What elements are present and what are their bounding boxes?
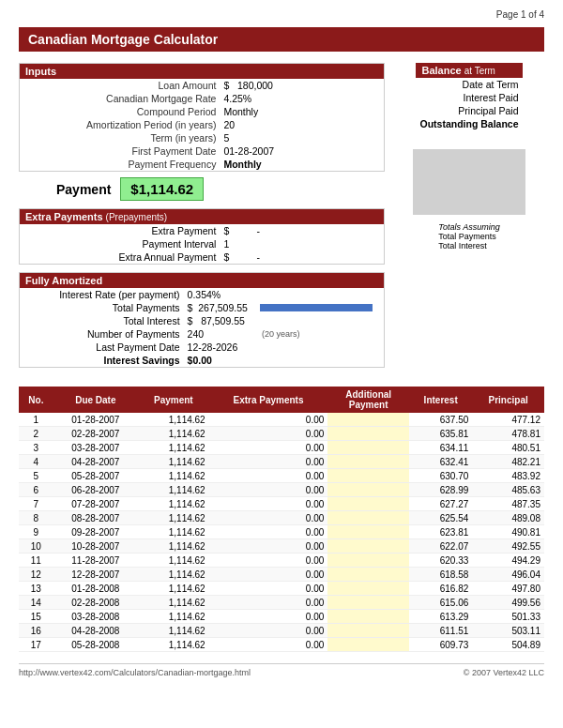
- totals-assuming-labels: Totals Assuming Total Payments Total Int…: [438, 222, 499, 250]
- table-row: 16 04-28-2008 1,114.62 0.00 611.51 503.1…: [19, 624, 544, 638]
- balance-box: Balance at Term Date at Term Interest Pa…: [416, 63, 522, 130]
- outstanding-balance-row: Outstanding Balance: [416, 117, 522, 130]
- footer-copyright: © 2007 Vertex42 LLC: [464, 668, 544, 677]
- table-row: 14 02-28-2008 1,114.62 0.00 615.06 499.5…: [19, 596, 544, 610]
- payment-label: Payment: [56, 182, 111, 197]
- term-row: Term (in years) 5: [20, 131, 384, 144]
- amortization-row: Amortization Period (in years) 20: [20, 118, 384, 131]
- table-row: 7 07-28-2007 1,114.62 0.00 627.27 487.35: [19, 497, 544, 511]
- table-row: 10 10-28-2007 1,114.62 0.00 622.07 492.5…: [19, 539, 544, 554]
- last-payment-date-row: Last Payment Date 12-28-2026: [20, 341, 384, 354]
- extra-payments-header: Extra Payments (Prepayments): [20, 209, 384, 224]
- compound-period-row: Compound Period Monthly: [20, 105, 384, 118]
- col-payment: Payment: [138, 387, 209, 413]
- interest-paid-row: Interest Paid: [416, 91, 522, 104]
- payment-value: $1,114.62: [120, 177, 204, 201]
- extra-payment-row: Extra Payment $ -: [20, 224, 384, 237]
- table-row: 11 11-28-2007 1,114.62 0.00 620.33 494.2…: [19, 554, 544, 568]
- col-due-date: Due Date: [53, 387, 138, 413]
- table-row: 6 06-28-2007 1,114.62 0.00 628.99 485.63: [19, 483, 544, 497]
- table-header-row: No. Due Date Payment Extra Payments Addi…: [19, 387, 544, 413]
- interest-savings-row: Interest Savings $0.00: [20, 354, 384, 367]
- fully-amortized-header: Fully Amortized: [20, 273, 384, 288]
- total-interest-row: Total Interest $ 87,509.55: [20, 314, 384, 327]
- title-bar: Canadian Mortgage Calculator: [19, 27, 544, 52]
- col-interest: Interest: [409, 387, 472, 413]
- gray-placeholder: [413, 149, 525, 215]
- table-row: 5 05-28-2007 1,114.62 0.00 630.70 483.92: [19, 469, 544, 483]
- num-payments-row: Number of Payments 240 (20 years): [20, 327, 384, 341]
- table-row: 2 02-28-2007 1,114.62 0.00 635.81 478.81: [19, 427, 544, 441]
- table-row: 1 01-28-2007 1,114.62 0.00 637.50 477.12: [19, 413, 544, 427]
- col-no: No.: [19, 387, 53, 413]
- mortgage-rate-row: Canadian Mortgage Rate 4.25%: [20, 92, 384, 105]
- amortization-table: No. Due Date Payment Extra Payments Addi…: [19, 387, 544, 652]
- inputs-header: Inputs: [20, 64, 384, 79]
- principal-paid-row: Principal Paid: [416, 104, 522, 117]
- table-row: 15 03-28-2008 1,114.62 0.00 613.29 501.3…: [19, 610, 544, 624]
- payment-interval-row: Payment Interval 1: [20, 237, 384, 250]
- date-at-term-row: Date at Term: [416, 78, 522, 91]
- total-payments-row: Total Payments $ 267,509.55: [20, 301, 384, 314]
- table-row: 8 08-28-2007 1,114.62 0.00 625.54 489.08: [19, 511, 544, 525]
- table-row: 4 04-28-2007 1,114.62 0.00 632.41 482.21: [19, 455, 544, 469]
- extra-annual-payment-row: Extra Annual Payment $ -: [20, 250, 384, 264]
- payment-frequency-row: Payment Frequency Monthly: [20, 158, 384, 171]
- table-row: 12 12-28-2007 1,114.62 0.00 618.58 496.0…: [19, 568, 544, 582]
- table-row: 3 03-28-2007 1,114.62 0.00 634.11 480.51: [19, 441, 544, 455]
- table-row: 13 01-28-2008 1,114.62 0.00 616.82 497.8…: [19, 582, 544, 596]
- col-additional-payment: AdditionalPayment: [327, 387, 409, 413]
- col-extra-payments: Extra Payments: [209, 387, 328, 413]
- col-principal: Principal: [472, 387, 544, 413]
- balance-header: Balance at Term: [416, 63, 522, 78]
- table-row: 17 05-28-2008 1,114.62 0.00 609.73 504.8…: [19, 638, 544, 652]
- interest-rate-row: Interest Rate (per payment) 0.354%: [20, 288, 384, 301]
- footer-url: http://www.vertex42.com/Calculators/Cana…: [19, 668, 251, 677]
- table-row: 9 09-28-2007 1,114.62 0.00 623.81 490.81: [19, 525, 544, 539]
- page-number: Page 1 of 4: [19, 9, 544, 20]
- first-payment-date-row: First Payment Date 01-28-2007: [20, 144, 384, 158]
- loan-amount-row: Loan Amount $ 180,000: [20, 79, 384, 92]
